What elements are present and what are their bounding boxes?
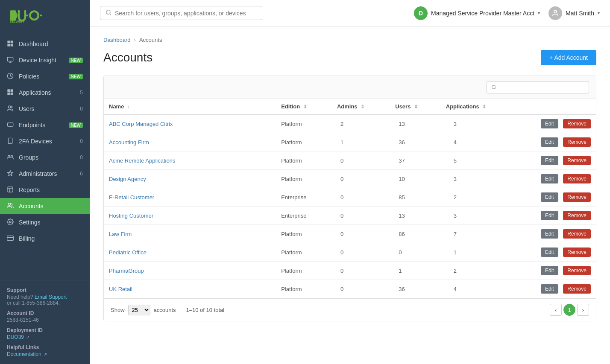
cell-name: Design Agency: [104, 170, 276, 188]
svg-rect-10: [7, 57, 13, 61]
user-selector[interactable]: Matt Smith ▾: [548, 6, 600, 20]
cell-applications: 2: [441, 262, 519, 280]
edit-button[interactable]: Edit: [541, 211, 558, 220]
cell-edition: Platform: [276, 151, 332, 170]
sidebar-item-label: Reports: [19, 186, 83, 193]
account-link[interactable]: E-Retail Customer: [109, 194, 154, 201]
phone-text: or call 1-855-386-2884.: [7, 300, 83, 306]
sidebar-item-billing[interactable]: Billing: [0, 230, 90, 247]
col-admins[interactable]: Admins ⇕: [332, 99, 390, 114]
external-link-icon: ↗: [26, 335, 29, 340]
col-edition[interactable]: Edition ⇕: [276, 99, 332, 114]
remove-button[interactable]: Remove: [563, 266, 591, 275]
table-row: Design Agency Platform 0 10 3 Edit Remov…: [104, 170, 596, 188]
col-edition-label: Edition: [281, 103, 300, 110]
remove-button[interactable]: Remove: [563, 211, 591, 220]
user-name: Matt Smith: [566, 10, 594, 17]
topbar-right: D Managed Service Provider Master Acct ▾…: [414, 6, 600, 20]
remove-button[interactable]: Remove: [563, 284, 591, 294]
sidebar-item-administrators[interactable]: Administrators 6: [0, 166, 90, 182]
cell-admins: 0: [332, 243, 390, 262]
search-input[interactable]: [115, 10, 257, 17]
svg-rect-15: [11, 93, 13, 95]
edit-button[interactable]: Edit: [541, 284, 558, 294]
deployment-id-label: Deployment ID: [7, 327, 83, 333]
account-link[interactable]: ABC Corp Managed Citrix: [109, 121, 173, 127]
prev-page-button[interactable]: ‹: [550, 304, 562, 316]
sidebar-item-accounts[interactable]: Accounts: [0, 198, 90, 214]
cell-applications: 4: [441, 280, 519, 298]
remove-button[interactable]: Remove: [563, 192, 591, 202]
edit-button[interactable]: Edit: [541, 248, 558, 257]
col-applications[interactable]: Applications ⇕: [441, 99, 519, 114]
sidebar: SECURITY Dashboard Device Insight NEW Po…: [0, 0, 90, 364]
show-select[interactable]: 102550100: [128, 305, 150, 315]
account-link[interactable]: Design Agency: [109, 176, 146, 182]
account-avatar: D: [414, 6, 428, 20]
sidebar-item-reports[interactable]: Reports: [0, 182, 90, 198]
cell-users: 0: [390, 243, 441, 262]
remove-button[interactable]: Remove: [563, 156, 591, 165]
sidebar-item-policies[interactable]: Policies NEW: [0, 68, 90, 84]
account-link[interactable]: PharmaGroup: [109, 268, 144, 274]
documentation-link[interactable]: Documentation: [7, 351, 41, 357]
cell-applications: 1: [441, 243, 519, 262]
col-users[interactable]: Users ⇕: [390, 99, 441, 114]
table-search-input[interactable]: [499, 84, 584, 90]
email-support-link[interactable]: Email Support: [35, 294, 67, 300]
edit-button[interactable]: Edit: [541, 266, 558, 275]
cell-actions: Edit Remove: [519, 114, 596, 133]
edit-button[interactable]: Edit: [541, 156, 558, 165]
account-link[interactable]: Pediatric Office: [109, 249, 147, 256]
sidebar-item-dashboard[interactable]: Dashboard: [0, 36, 90, 52]
table-search-box[interactable]: [487, 81, 589, 93]
sidebar-item-settings[interactable]: Settings: [0, 214, 90, 230]
global-search-box[interactable]: [100, 6, 262, 20]
sidebar-item-endpoints[interactable]: Endpoints NEW: [0, 117, 90, 133]
edit-button[interactable]: Edit: [541, 174, 558, 183]
account-link[interactable]: Acme Remote Applications: [109, 157, 175, 164]
col-name[interactable]: Name ↑: [104, 99, 276, 114]
logo-area: SECURITY: [0, 0, 90, 32]
account-link[interactable]: Law Firm: [109, 231, 132, 237]
sidebar-item-2fa-devices[interactable]: 2FA Devices 0: [0, 133, 90, 149]
sidebar-item-label: Dashboard: [19, 41, 83, 47]
remove-button[interactable]: Remove: [563, 174, 591, 183]
remove-button[interactable]: Remove: [563, 229, 591, 239]
cell-users: 13: [390, 207, 441, 225]
edit-button[interactable]: Edit: [541, 119, 558, 128]
remove-button[interactable]: Remove: [563, 137, 591, 147]
next-page-button[interactable]: ›: [577, 304, 589, 316]
account-selector[interactable]: D Managed Service Provider Master Acct ▾: [414, 6, 540, 20]
new-badge: NEW: [69, 74, 83, 79]
remove-button[interactable]: Remove: [563, 119, 591, 128]
account-link[interactable]: Accounting Firm: [109, 139, 149, 146]
svg-point-32: [492, 85, 495, 89]
sidebar-item-users[interactable]: Users 0: [0, 101, 90, 117]
account-link[interactable]: UK Retail: [109, 286, 132, 292]
deployment-id-link[interactable]: DUO39: [7, 334, 24, 340]
remove-button[interactable]: Remove: [563, 248, 591, 257]
cell-applications: 3: [441, 207, 519, 225]
device-icon: [7, 56, 15, 64]
edit-button[interactable]: Edit: [541, 137, 558, 147]
edit-button[interactable]: Edit: [541, 229, 558, 239]
sidebar-item-applications[interactable]: Applications 5: [0, 84, 90, 101]
add-account-button[interactable]: + Add Account: [541, 50, 596, 65]
table-row: Acme Remote Applications Platform 0 37 5…: [104, 151, 596, 170]
account-link[interactable]: Hosting Customer: [109, 213, 153, 219]
sidebar-item-device-insight[interactable]: Device Insight NEW: [0, 52, 90, 68]
account-id-value: 2588-8151-46: [7, 317, 83, 323]
sort-icon: ⇕: [482, 104, 486, 110]
main-content: D Managed Service Provider Master Acct ▾…: [90, 0, 610, 364]
table-row: UK Retail Platform 0 36 4 Edit Remove: [104, 280, 596, 298]
sidebar-bottom: Support Need help? Email Support or call…: [0, 280, 90, 364]
cell-actions: Edit Remove: [519, 207, 596, 225]
page-1-button[interactable]: 1: [563, 304, 575, 316]
user-avatar: [548, 6, 562, 20]
sidebar-item-groups[interactable]: Groups 0: [0, 149, 90, 166]
edit-button[interactable]: Edit: [541, 192, 558, 202]
breadcrumb-home[interactable]: Dashboard: [103, 37, 131, 43]
cell-actions: Edit Remove: [519, 280, 596, 298]
cell-actions: Edit Remove: [519, 262, 596, 280]
